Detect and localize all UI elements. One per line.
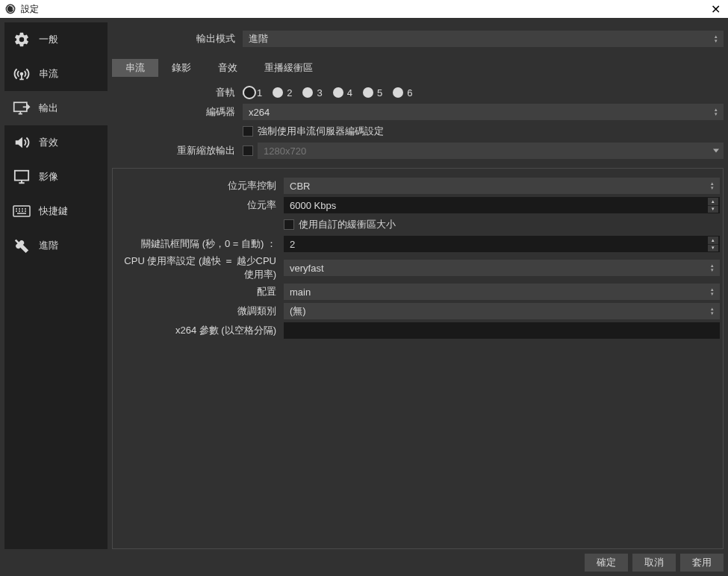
step-down-icon[interactable]: ▾ bbox=[708, 244, 718, 252]
apply-button[interactable]: 套用 bbox=[680, 554, 724, 572]
updown-icon: ▴▾ bbox=[707, 261, 718, 275]
tools-icon bbox=[12, 236, 31, 255]
sidebar-item-video[interactable]: 影像 bbox=[4, 160, 108, 194]
audio-track-5[interactable]: 5 bbox=[363, 87, 382, 98]
dialog-footer: 確定 取消 套用 bbox=[4, 549, 724, 572]
audio-track-3[interactable]: 3 bbox=[302, 87, 322, 98]
bitrate-label: 位元率 bbox=[116, 198, 284, 212]
tune-select[interactable]: (無) ▴▾ bbox=[284, 303, 720, 319]
tab-recording[interactable]: 錄影 bbox=[158, 59, 205, 77]
sidebar-item-advanced[interactable]: 進階 bbox=[4, 228, 108, 263]
cpu-preset-label: CPU 使用率設定 (越快 ＝ 越少CPU使用率) bbox=[116, 254, 284, 281]
sidebar-item-general[interactable]: 一般 bbox=[4, 22, 108, 57]
chevron-down-icon bbox=[713, 149, 719, 153]
sidebar-item-label: 影像 bbox=[39, 170, 58, 184]
svg-rect-4 bbox=[15, 171, 28, 181]
output-mode-label: 輸出模式 bbox=[112, 32, 243, 46]
sidebar-item-stream[interactable]: 串流 bbox=[4, 57, 108, 91]
cancel-button[interactable]: 取消 bbox=[632, 554, 676, 572]
x264opts-label: x264 參數 (以空格分隔) bbox=[116, 324, 284, 337]
custom-buffer-checkbox[interactable] bbox=[284, 219, 294, 230]
keyframe-label: 關鍵訊框間隔 (秒，0 = 自動) ： bbox=[116, 237, 284, 251]
updown-icon: ▴▾ bbox=[707, 179, 718, 192]
bitrate-input[interactable]: 6000 Kbps ▴▾ bbox=[284, 197, 720, 213]
step-down-icon[interactable]: ▾ bbox=[708, 205, 718, 213]
updown-icon: ▴▾ bbox=[707, 285, 718, 298]
profile-label: 配置 bbox=[116, 285, 284, 298]
sidebar-item-label: 一般 bbox=[39, 33, 58, 46]
x264opts-input[interactable] bbox=[284, 322, 720, 339]
rescale-select[interactable]: 1280x720 bbox=[258, 143, 724, 159]
tune-label: 微調類別 bbox=[116, 304, 284, 318]
step-up-icon[interactable]: ▴ bbox=[708, 237, 718, 244]
cpu-preset-select[interactable]: veryfast ▴▾ bbox=[284, 260, 720, 276]
audio-track-1[interactable]: 1 bbox=[243, 87, 262, 98]
audio-track-label: 音軌 bbox=[112, 86, 243, 99]
tab-replay-buffer[interactable]: 重播緩衝區 bbox=[251, 59, 326, 77]
sidebar-item-label: 進階 bbox=[39, 239, 58, 252]
output-icon bbox=[12, 98, 31, 118]
enforce-encoder-label: 強制使用串流伺服器編碼設定 bbox=[258, 125, 384, 138]
profile-select[interactable]: main ▴▾ bbox=[284, 284, 720, 300]
audio-track-group: 1 2 3 4 5 6 bbox=[243, 87, 412, 98]
window-title: 設定 bbox=[21, 3, 708, 16]
tab-streaming[interactable]: 串流 bbox=[112, 59, 158, 77]
sidebar-item-label: 音效 bbox=[39, 136, 58, 149]
rescale-checkbox[interactable] bbox=[243, 145, 253, 156]
tab-audio[interactable]: 音效 bbox=[205, 59, 251, 77]
updown-icon: ▴▾ bbox=[711, 105, 721, 119]
antenna-icon bbox=[12, 64, 31, 84]
encoder-select[interactable]: x264 ▴▾ bbox=[243, 104, 724, 120]
encoder-settings-panel: 位元率控制 CBR ▴▾ 位元率 6000 Kbps ▴▾ bbox=[112, 168, 724, 549]
close-icon[interactable]: ✕ bbox=[708, 2, 724, 16]
sidebar: 一般 串流 輸出 音效 bbox=[4, 22, 108, 549]
speaker-icon bbox=[12, 133, 31, 152]
sidebar-item-label: 輸出 bbox=[39, 101, 58, 115]
updown-icon: ▴▾ bbox=[711, 32, 721, 46]
enforce-encoder-checkbox[interactable] bbox=[243, 126, 253, 137]
audio-track-2[interactable]: 2 bbox=[273, 87, 292, 98]
encoder-label: 編碼器 bbox=[112, 105, 243, 119]
custom-buffer-label: 使用自訂的緩衝區大小 bbox=[299, 218, 396, 231]
keyframe-input[interactable]: 2 ▴▾ bbox=[284, 236, 720, 252]
monitor-icon bbox=[12, 167, 31, 187]
keyboard-icon bbox=[12, 201, 31, 221]
sidebar-item-label: 串流 bbox=[39, 67, 58, 81]
sidebar-item-hotkeys[interactable]: 快捷鍵 bbox=[4, 194, 108, 228]
output-mode-select[interactable]: 進階 ▴▾ bbox=[243, 31, 724, 47]
sidebar-item-label: 快捷鍵 bbox=[39, 204, 68, 218]
ok-button[interactable]: 確定 bbox=[585, 554, 628, 572]
rate-control-label: 位元率控制 bbox=[116, 179, 284, 192]
obs-logo-icon bbox=[4, 3, 16, 15]
rescale-label: 重新縮放輸出 bbox=[112, 144, 243, 157]
updown-icon: ▴▾ bbox=[707, 304, 718, 318]
sidebar-item-audio[interactable]: 音效 bbox=[4, 125, 108, 160]
step-up-icon[interactable]: ▴ bbox=[708, 198, 718, 205]
rate-control-select[interactable]: CBR ▴▾ bbox=[284, 178, 720, 194]
output-tabs: 串流 錄影 音效 重播緩衝區 bbox=[112, 59, 724, 77]
audio-track-4[interactable]: 4 bbox=[333, 87, 352, 98]
sidebar-item-output[interactable]: 輸出 bbox=[4, 91, 108, 125]
audio-track-6[interactable]: 6 bbox=[393, 87, 412, 98]
gear-icon bbox=[12, 30, 31, 49]
